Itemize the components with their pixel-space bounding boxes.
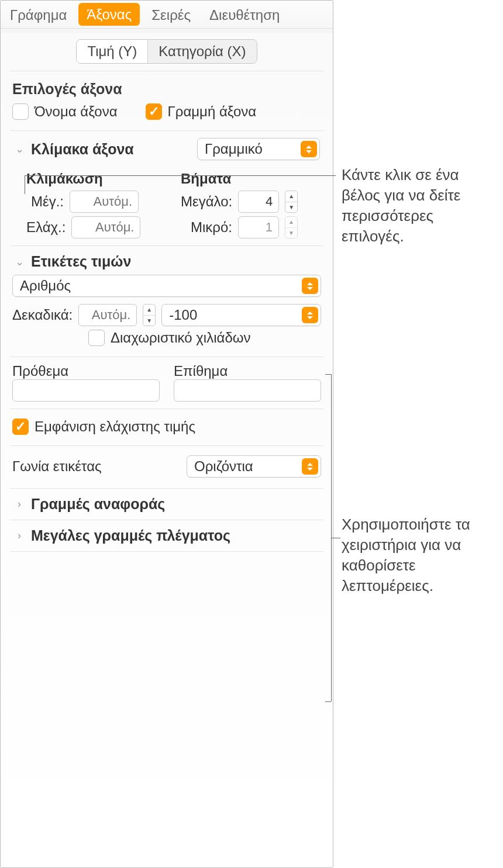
updown-icon — [302, 278, 318, 294]
show-min-section: Εμφάνιση ελάχιστης τιμής — [1, 409, 333, 445]
negative-format-value: -100 — [169, 307, 197, 323]
major-label: Μεγάλο: — [181, 193, 232, 210]
min-input[interactable] — [71, 216, 140, 238]
chevron-down-icon[interactable]: ⌄ — [13, 143, 25, 155]
suffix-label: Επίθημα — [174, 363, 321, 379]
prefix-suffix-section: Πρόθεμα Επίθημα — [1, 357, 333, 409]
scaling-heading: Κλιμάκωση — [26, 171, 167, 187]
major-gridlines-section: › Μεγάλες γραμμές πλέγματος — [1, 520, 333, 551]
tab-chart[interactable]: Γράφημα — [1, 1, 76, 28]
max-input[interactable] — [70, 191, 139, 213]
prefix-label: Πρόθεμα — [12, 363, 160, 379]
annotation-text-2: Χρησιμοποιήστε τα χειριστήρια για να καθ… — [342, 514, 494, 596]
major-stepper[interactable]: ▲▼ — [285, 191, 298, 213]
axis-name-label: Όνομα άξονα — [35, 103, 118, 120]
show-min-checkbox[interactable] — [12, 419, 29, 435]
value-labels-title: Ετικέτες τιμών — [31, 253, 320, 270]
inspector-panel: Γράφημα Άξονας Σειρές Διευθέτηση Τιμή (Y… — [0, 0, 333, 868]
max-label: Μέγ.: — [26, 193, 64, 210]
label-angle-value: Οριζόντια — [194, 458, 253, 475]
thousands-checkbox[interactable] — [88, 330, 105, 346]
axis-scale-section: ⌄ Κλίμακα άξονα Γραμμικό Κλιμάκωση Μέγ.:… — [1, 131, 333, 245]
label-angle-section: Γωνία ετικέτας Οριζόντια — [1, 446, 333, 488]
negative-format-popup[interactable]: -100 — [161, 304, 321, 326]
updown-icon — [302, 307, 318, 323]
axis-line-label: Γραμμή άξονα — [168, 103, 257, 120]
tab-series[interactable]: Σειρές — [142, 1, 200, 28]
seg-category-x[interactable]: Κατηγορία (X) — [148, 40, 256, 63]
minor-input[interactable] — [238, 216, 279, 238]
scale-type-value: Γραμμικό — [205, 141, 263, 157]
tab-axis[interactable]: Άξονας — [78, 3, 140, 26]
prefix-input[interactable] — [12, 379, 160, 402]
show-min-label: Εμφάνιση ελάχιστης τιμής — [35, 419, 195, 435]
axis-name-checkbox[interactable] — [12, 103, 29, 120]
major-input[interactable] — [238, 191, 279, 213]
chevron-right-icon[interactable]: › — [13, 530, 25, 542]
axis-options-section: Επιλογές άξονα Όνομα άξονα Γραμμή άξονα — [1, 71, 333, 130]
chevron-right-icon[interactable]: › — [13, 499, 25, 510]
steps-heading: Βήματα — [181, 171, 321, 187]
seg-value-y[interactable]: Τιμή (Y) — [77, 40, 148, 63]
scale-type-popup[interactable]: Γραμμικό — [197, 138, 320, 160]
chevron-down-icon[interactable]: ⌄ — [13, 256, 25, 268]
annotation-text-1: Κάντε κλικ σε ένα βέλος για να δείτε περ… — [342, 165, 494, 247]
decimals-input[interactable] — [78, 304, 137, 326]
decimals-stepper[interactable]: ▲▼ — [143, 304, 156, 326]
top-tabs: Γράφημα Άξονας Σειρές Διευθέτηση — [1, 1, 333, 29]
axis-line-checkbox[interactable] — [146, 103, 162, 120]
annotations: Κάντε κλικ σε ένα βέλος για να δείτε περ… — [333, 0, 503, 868]
suffix-input[interactable] — [174, 379, 321, 402]
major-gridlines-title[interactable]: Μεγάλες γραμμές πλέγματος — [31, 527, 320, 544]
axis-selector-row: Τιμή (Y) Κατηγορία (X) — [1, 29, 333, 71]
decimals-label: Δεκαδικά: — [12, 307, 73, 323]
updown-icon — [302, 458, 318, 475]
axis-options-title: Επιλογές άξονα — [12, 81, 321, 98]
label-angle-popup[interactable]: Οριζόντια — [187, 455, 321, 478]
ref-lines-section: › Γραμμές αναφοράς — [1, 489, 333, 520]
thousands-label: Διαχωριστικό χιλιάδων — [111, 330, 251, 346]
axis-segmented: Τιμή (Y) Κατηγορία (X) — [76, 39, 257, 64]
minor-label: Μικρό: — [181, 219, 232, 236]
tab-arrange[interactable]: Διευθέτηση — [200, 1, 289, 28]
value-labels-section: ⌄ Ετικέτες τιμών Αριθμός Δεκαδικά: ▲▼ -1… — [1, 246, 333, 357]
ref-lines-title[interactable]: Γραμμές αναφοράς — [31, 496, 320, 513]
value-format-value: Αριθμός — [20, 278, 71, 294]
value-format-popup[interactable]: Αριθμός — [12, 275, 321, 297]
axis-scale-title: Κλίμακα άξονα — [31, 141, 191, 158]
min-label: Ελάχ.: — [26, 219, 66, 236]
minor-stepper[interactable]: ▲▼ — [285, 216, 298, 238]
label-angle-label: Γωνία ετικέτας — [12, 458, 181, 475]
updown-icon — [301, 141, 317, 157]
